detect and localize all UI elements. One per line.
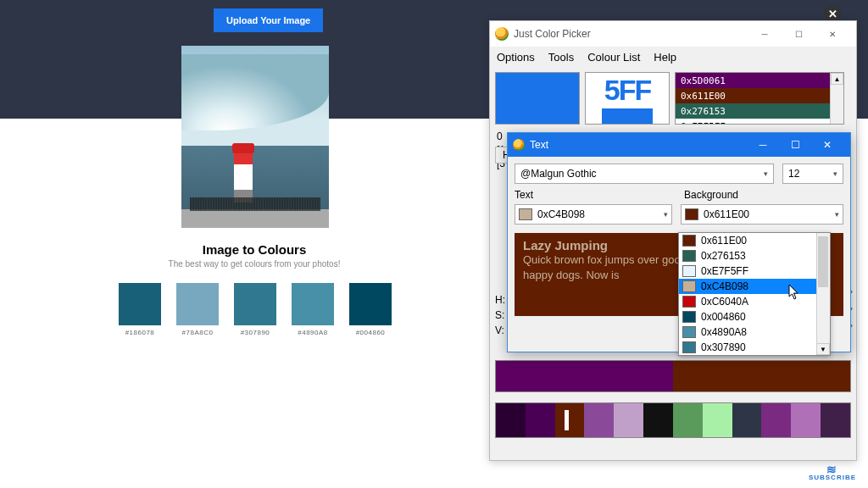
palette-color[interactable] <box>643 403 673 437</box>
scroll-down-icon[interactable]: ▼ <box>816 343 830 355</box>
dropdown-scrollbar[interactable] <box>816 233 830 355</box>
chevron-down-icon: ▾ <box>764 169 768 178</box>
palette-color[interactable] <box>584 403 614 437</box>
window-title: Just Color Picker <box>514 28 748 40</box>
bg-color-label: Background <box>684 189 738 201</box>
text-color-label: Text <box>515 189 676 201</box>
dropdown-option[interactable]: 0x611E00 <box>679 233 830 248</box>
upload-button[interactable]: Upload Your Image <box>214 8 323 32</box>
dna-icon: ≋ <box>809 465 856 474</box>
palette-color[interactable] <box>791 403 821 437</box>
chevron-down-icon: ▾ <box>835 210 839 219</box>
subscribe-watermark: ≋ SUBSCRIBE <box>809 465 856 481</box>
swatch-item[interactable]: #004860 <box>349 283 392 336</box>
history-row[interactable]: 0xE7F5FF <box>676 119 843 125</box>
hsv-readout: H: S: V: <box>495 292 505 338</box>
minimize-button[interactable]: ─ <box>747 136 779 154</box>
dropdown-option[interactable]: 0x307890 <box>679 340 830 355</box>
history-scrollbar[interactable]: ▲ <box>830 73 843 124</box>
history-row[interactable]: 0x276153 <box>676 103 843 119</box>
history-row[interactable]: 0x611E00 <box>676 88 843 103</box>
page-subtitle: The best way to get colours from your ph… <box>0 259 509 269</box>
close-icon[interactable]: ✕ <box>824 5 841 22</box>
swatch-item[interactable]: #307890 <box>234 283 276 336</box>
menu-options[interactable]: Options <box>497 51 535 64</box>
text-window-titlebar[interactable]: Text ─ ☐ ✕ <box>508 133 850 157</box>
font-size-select[interactable]: 12▾ <box>782 164 843 184</box>
chevron-down-icon: ▾ <box>833 169 837 178</box>
dropdown-option[interactable]: 0xC6040A <box>679 294 830 309</box>
chevron-down-icon: ▾ <box>664 210 668 219</box>
palette-color[interactable] <box>761 403 791 437</box>
gradient-bar[interactable] <box>495 360 851 392</box>
app-icon <box>513 139 525 151</box>
minimize-button[interactable]: ─ <box>748 24 782 44</box>
dropdown-option-selected[interactable]: 0xC4B098 <box>679 279 830 294</box>
zoom-preview: 5FF <box>585 72 670 125</box>
palette-color[interactable] <box>821 403 850 437</box>
maximize-button[interactable]: ☐ <box>782 24 815 44</box>
text-color-select[interactable]: 0xC4B098 ▾ <box>515 204 672 225</box>
extracted-swatches: #186078 #78A8C0 #307890 #4890A8 #004860 <box>119 283 392 336</box>
app-icon <box>495 27 509 41</box>
menu-tools[interactable]: Tools <box>548 51 574 64</box>
swatch-item[interactable]: #78A8C0 <box>176 283 219 336</box>
menu-help[interactable]: Help <box>654 51 676 64</box>
palette-color[interactable] <box>526 403 555 437</box>
palette-color[interactable] <box>496 403 526 437</box>
palette-color[interactable] <box>673 403 703 437</box>
dropdown-option[interactable]: 0x004860 <box>679 309 830 324</box>
menu-bar: Options Tools Colour List Help <box>490 47 856 67</box>
color-chip <box>685 208 698 220</box>
current-color-swatch <box>495 72 580 125</box>
close-button[interactable]: ✕ <box>815 24 849 44</box>
text-window-title: Text <box>530 139 747 151</box>
page-title: Image to Colours <box>0 242 509 257</box>
scroll-up-icon[interactable]: ▲ <box>831 73 843 85</box>
palette-color[interactable] <box>614 403 643 437</box>
bg-color-select[interactable]: 0x611E00 ▾ <box>681 204 843 225</box>
font-select[interactable]: @Malgun Gothic▾ <box>515 164 774 184</box>
color-history-list[interactable]: 0x5D0061 0x611E00 0x276153 0xE7F5FF ▲ <box>675 72 844 125</box>
bg-color-dropdown[interactable]: 0x611E00 0x276153 0xE7F5FF 0xC4B098 0xC6… <box>678 232 831 356</box>
scroll-thumb[interactable] <box>818 236 828 287</box>
menu-colour-list[interactable]: Colour List <box>587 51 640 64</box>
history-row[interactable]: 0x5D0061 <box>676 73 843 88</box>
dropdown-option[interactable]: 0x4890A8 <box>679 324 830 340</box>
palette-color[interactable] <box>703 403 732 437</box>
uploaded-image <box>181 46 329 228</box>
maximize-button[interactable]: ☐ <box>779 136 811 154</box>
color-chip <box>519 208 532 220</box>
dropdown-option[interactable]: 0xE7F5FF <box>679 263 830 279</box>
swatch-item[interactable]: #186078 <box>119 283 161 336</box>
palette-selection-marker <box>565 410 569 430</box>
palette-strip[interactable] <box>495 402 851 438</box>
palette-color[interactable] <box>555 403 585 437</box>
swatch-item[interactable]: #4890A8 <box>292 283 334 336</box>
palette-color[interactable] <box>732 403 762 437</box>
window-titlebar[interactable]: Just Color Picker ─ ☐ ✕ <box>490 21 856 47</box>
close-button[interactable]: ✕ <box>811 136 843 154</box>
dropdown-option[interactable]: 0x276153 <box>679 248 830 263</box>
